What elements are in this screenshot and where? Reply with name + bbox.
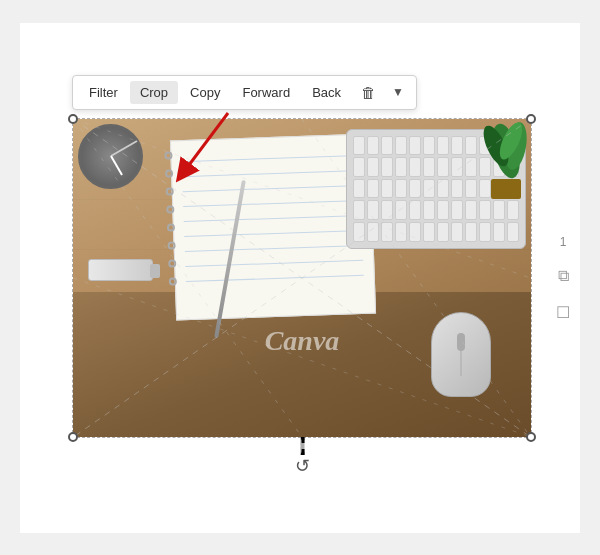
spiral-ring	[165, 169, 173, 177]
key	[353, 157, 365, 177]
key	[353, 222, 365, 242]
key	[423, 222, 435, 242]
key	[437, 157, 449, 177]
handle-bottom-left[interactable]	[68, 432, 78, 442]
spiral-ring	[164, 151, 172, 159]
key	[353, 200, 365, 220]
key	[409, 179, 421, 199]
clock	[78, 124, 143, 189]
key	[367, 200, 379, 220]
page-number: 1	[560, 234, 567, 248]
rotate-icon[interactable]: ↺	[295, 455, 310, 477]
key	[507, 200, 519, 220]
notepad-line	[186, 274, 364, 281]
notepad-line	[184, 229, 362, 236]
key	[395, 200, 407, 220]
notepad-lines	[182, 154, 365, 295]
key	[465, 222, 477, 242]
spiral-ring	[166, 205, 174, 213]
key	[409, 222, 421, 242]
notepad-line	[182, 154, 360, 161]
notepad-line	[182, 169, 360, 176]
watermark-text: Canva	[265, 325, 340, 357]
back-button[interactable]: Back	[302, 81, 351, 104]
canvas-area: Filter Crop Copy Forward Back 🗑 ▼	[20, 23, 580, 533]
rotate-line	[300, 437, 304, 455]
key	[437, 136, 449, 156]
dropdown-button[interactable]: ▼	[386, 81, 410, 103]
spiral-ring	[168, 259, 176, 267]
key	[395, 179, 407, 199]
key	[367, 136, 379, 156]
copy-page-icon[interactable]: ⧉	[558, 266, 569, 284]
key	[381, 136, 393, 156]
toolbar: Filter Crop Copy Forward Back 🗑 ▼	[72, 75, 417, 110]
notepad-line	[185, 259, 363, 266]
key	[381, 157, 393, 177]
key	[493, 200, 505, 220]
key	[367, 157, 379, 177]
clock-hand	[110, 140, 137, 157]
handle-top-right[interactable]	[526, 114, 536, 124]
key	[507, 222, 519, 242]
key	[423, 200, 435, 220]
key	[381, 222, 393, 242]
notepad-line	[183, 184, 361, 191]
spiral-ring	[166, 187, 174, 195]
key	[353, 179, 365, 199]
crop-button[interactable]: Crop	[130, 81, 178, 104]
key	[479, 200, 491, 220]
delete-button[interactable]: 🗑	[353, 80, 384, 105]
side-panel: 1 ⧉ ☐	[556, 234, 570, 321]
key	[451, 222, 463, 242]
mouse-center-line	[461, 351, 462, 376]
key	[409, 136, 421, 156]
key	[451, 157, 463, 177]
key	[451, 200, 463, 220]
key	[409, 200, 421, 220]
key	[367, 179, 379, 199]
key	[381, 179, 393, 199]
spiral-ring	[169, 277, 177, 285]
key	[465, 200, 477, 220]
key	[493, 222, 505, 242]
plant-pot	[491, 179, 521, 199]
plant-leaves	[476, 119, 531, 181]
key	[451, 179, 463, 199]
add-page-icon[interactable]: ☐	[556, 302, 570, 321]
usb-drive	[88, 259, 153, 281]
key	[437, 179, 449, 199]
key	[367, 222, 379, 242]
handle-bottom-right[interactable]	[526, 432, 536, 442]
key	[381, 200, 393, 220]
clock-hand2	[110, 156, 123, 176]
key	[395, 136, 407, 156]
filter-button[interactable]: Filter	[79, 81, 128, 104]
key	[437, 222, 449, 242]
mouse-scroll-wheel	[457, 333, 465, 351]
key	[423, 179, 435, 199]
forward-button[interactable]: Forward	[232, 81, 300, 104]
usb-connector	[150, 264, 160, 278]
key	[423, 157, 435, 177]
notepad-line	[184, 214, 362, 221]
key	[395, 222, 407, 242]
key	[437, 200, 449, 220]
key	[395, 157, 407, 177]
key	[479, 222, 491, 242]
notepad-line	[185, 244, 363, 251]
desk-image: Canva	[73, 119, 531, 437]
key	[451, 136, 463, 156]
plant	[476, 119, 531, 199]
notepad-line	[183, 199, 361, 206]
rotate-handle[interactable]: ↺	[295, 437, 310, 477]
image-container[interactable]: Canva ↺	[72, 118, 532, 438]
key	[409, 157, 421, 177]
key	[423, 136, 435, 156]
copy-button[interactable]: Copy	[180, 81, 230, 104]
mouse	[431, 312, 491, 397]
spiral-ring	[167, 223, 175, 231]
key	[353, 136, 365, 156]
spiral-ring	[167, 241, 175, 249]
handle-top-left[interactable]	[68, 114, 78, 124]
